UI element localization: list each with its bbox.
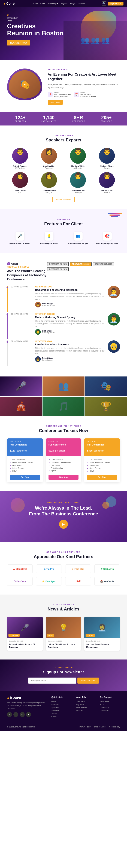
- header: ● Const Home About Workshop ▾ Pages ▾ Bl…: [0, 0, 127, 7]
- speaker-name: Angelina Holy: [36, 165, 62, 167]
- speaker-role: Speaker: [94, 167, 120, 169]
- about-content: About The Event An Evening For Creator &…: [48, 68, 120, 104]
- footer-col-news: News Talk Latest News Blog Posts Press R…: [76, 696, 96, 719]
- about-cta-button[interactable]: Read More: [48, 100, 63, 104]
- partner-logo: ⚡ DataSync: [36, 577, 62, 586]
- footer-link[interactable]: Latest News: [76, 701, 96, 703]
- date-tab-4[interactable]: DECEMBER 26, 2023: [47, 267, 69, 271]
- ticket-feature: Live Details: [48, 464, 79, 466]
- stat-participants-number: 1,140: [41, 115, 56, 120]
- footer-social: f t in ▶: [7, 712, 47, 717]
- speaker-card: 👨 Harmond Min Speaker: [94, 172, 120, 193]
- privacy-policy-link[interactable]: Privacy Policy: [80, 726, 90, 728]
- schedule-item-tag: KEYNOTE SESSION: [35, 340, 105, 342]
- schedule-speaker-info: Robert Gates Senior Speaker: [42, 357, 53, 361]
- footer-link[interactable]: Home: [51, 701, 72, 703]
- stat-speakers-label: Speakers: [15, 120, 26, 122]
- schedule-item-title: Registration For Opening Workshop: [35, 288, 105, 291]
- news-card: 👩‍💼 Business December 15, 2023 Success E…: [84, 617, 120, 651]
- stat-participants-label: Participants: [41, 120, 56, 122]
- news-tag: BLOG & ARTICLE: [7, 603, 120, 606]
- stat-workshops-label: Workshops: [72, 120, 85, 122]
- news-card: 💡 Digital December 18, 2023 Unique Digit…: [46, 617, 82, 651]
- date-tab-3[interactable]: DECEMBER 25, 2023: [93, 262, 114, 266]
- schedule-speaker-avatar: 👨: [35, 356, 41, 362]
- footer-link[interactable]: About Us: [51, 704, 72, 706]
- footer-link[interactable]: Media Kit: [76, 710, 96, 712]
- stat-sponsors: 205+ Sponsors: [101, 115, 112, 122]
- feature-title: Well Inspiring Keynotes: [94, 242, 120, 244]
- schedule-speaker-name: Brett Briggs: [42, 330, 55, 332]
- cta-play-button[interactable]: ▶: [59, 520, 68, 529]
- feature-card: 👥 Communicate People: [65, 232, 91, 244]
- terms-link[interactable]: Terms of Service: [93, 726, 107, 728]
- speaker-name: Jane Hamilton: [36, 189, 62, 191]
- linkedin-icon[interactable]: in: [20, 712, 25, 717]
- speaker-card: 👨 Jeroen Dutton Developer: [65, 172, 91, 193]
- news-section: BLOG & ARTICLE News & Articles 🎤 Confere…: [0, 594, 127, 659]
- newsletter-subscribe-button[interactable]: Subscribe Now: [77, 678, 99, 684]
- schedule-time: 02:00 PM - 04:00 PM: [11, 340, 32, 342]
- footer-link[interactable]: Contact Us: [100, 710, 120, 712]
- tickets-title: Conference Tickets Now: [7, 428, 120, 433]
- date-tab-1[interactable]: DECEMBER 23, 2023: [47, 262, 69, 266]
- partner-name: ✈ Fast Mail: [72, 568, 84, 570]
- play-button[interactable]: ▶: [22, 81, 28, 88]
- nav-about[interactable]: About: [40, 2, 45, 5]
- partner-name: TAX: [75, 580, 81, 583]
- speaker-card: 👩 Jane Hamilton Designer: [36, 172, 62, 193]
- date-tab-2[interactable]: DECEMBER 24, 2023: [70, 262, 91, 266]
- logo[interactable]: ● Const: [3, 2, 15, 6]
- speaker-card: 👨 Michael Glover Speaker: [94, 148, 120, 169]
- ticket-body: Full Conference Lunch and Dinner Offered…: [7, 456, 43, 482]
- youtube-icon[interactable]: ▶: [26, 712, 31, 717]
- stat-participants: 1,140 Participants: [41, 115, 56, 122]
- nav-home[interactable]: Home: [33, 2, 38, 5]
- footer-link[interactable]: Tickets: [51, 713, 72, 715]
- footer-link[interactable]: Community: [100, 707, 120, 709]
- news-title: News & Articles: [7, 607, 120, 612]
- schedule-header: ▲ Const PROGRAM SCHEDULE Join The World'…: [7, 262, 120, 281]
- footer-link[interactable]: Help Center: [100, 701, 120, 703]
- schedule-speaker-role: Senior Speaker: [42, 359, 53, 361]
- nav-blog[interactable]: Blog ▾: [70, 2, 76, 5]
- news-image: 🎤 Conference: [7, 617, 43, 638]
- nav-contact[interactable]: Contact: [78, 2, 85, 5]
- buy-ticket-button[interactable]: Buy Now: [87, 475, 117, 480]
- nav-workshop[interactable]: Workshop ▾: [48, 2, 58, 5]
- ticket-feature: Select Speaker: [48, 467, 79, 469]
- register-button[interactable]: Register Now: [108, 2, 124, 5]
- see-all-speakers-button[interactable]: See All Speakers: [52, 197, 75, 202]
- footer-link[interactable]: Speakers: [51, 707, 72, 709]
- footer-link[interactable]: Contact: [51, 716, 72, 718]
- speaker-name: Janet Jones: [7, 189, 33, 191]
- partner-logo: ◈ TaxPro: [36, 564, 62, 573]
- news-tag-badge: Conference: [8, 634, 19, 637]
- buy-ticket-button[interactable]: Buy Now: [10, 475, 40, 480]
- footer-link[interactable]: Press Release: [76, 707, 96, 709]
- buy-ticket-button[interactable]: Buy Now: [48, 475, 79, 480]
- ticket-badge: Premium: [87, 441, 117, 443]
- search-button[interactable]: 🔍: [102, 1, 106, 6]
- footer-copyright: © 2023 iConst. All Rights Reserved.: [7, 726, 35, 728]
- footer-link[interactable]: FAQs: [100, 704, 120, 706]
- speakers-title: Speakers Exparts: [7, 137, 120, 143]
- footer-link[interactable]: Blog Posts: [76, 704, 96, 706]
- newsletter-email-input[interactable]: [28, 678, 76, 684]
- twitter-icon[interactable]: t: [13, 712, 18, 717]
- schedule-item-title: Modern Marketing Summit Sydney: [35, 316, 105, 319]
- footer-link[interactable]: Schedule: [51, 710, 72, 712]
- ticket-type: Full Conference: [48, 443, 79, 446]
- feature-title: Brand Digital Ideas: [36, 242, 62, 244]
- facebook-icon[interactable]: f: [7, 712, 12, 717]
- ticket-feature: RSVP: [10, 470, 40, 472]
- tickets-grid: Early Bird Full Conference $120 per pers…: [7, 438, 120, 482]
- hero-cta-button[interactable]: REGISTER NOW: [7, 40, 30, 45]
- schedule-speaker: 👨 Scott Briggs Managing Director: [35, 302, 105, 307]
- ticket-badge: Early Bird: [10, 441, 40, 443]
- cookie-policy-link[interactable]: Cookie Policy: [109, 726, 120, 728]
- ticket-header: Standard Full Conference $220 per person: [46, 438, 82, 456]
- nav-pages[interactable]: Pages ▾: [60, 2, 68, 5]
- partner-name: ★ GlobalFin: [100, 568, 114, 570]
- footer-col-title: Get Support: [100, 696, 120, 699]
